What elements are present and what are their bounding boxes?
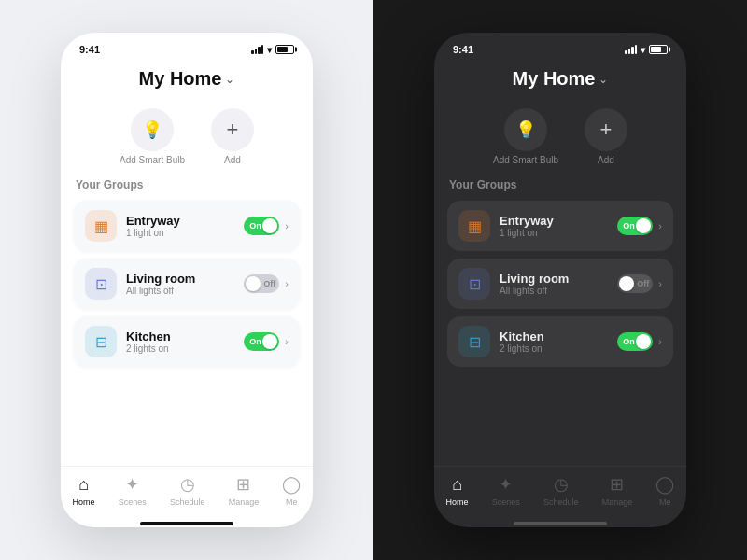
add-icon: +	[211, 108, 254, 151]
me-nav-icon: ◯	[282, 474, 301, 495]
wifi-icon-dark: ▾	[641, 45, 645, 55]
scenes-nav-icon-dark: ✦	[499, 474, 513, 495]
group-item-living-dark[interactable]: ⊡ Living room All lights off Off ›	[447, 259, 673, 309]
entryway-name-dark: Entryway	[500, 214, 617, 228]
nav-me-light[interactable]: ◯ Me	[282, 474, 301, 507]
kitchen-toggle-light[interactable]: On	[244, 332, 279, 351]
home-indicator-light	[140, 522, 233, 525]
chevron-right-icon-dark: ›	[658, 278, 662, 289]
living-status-light: All lights off	[126, 286, 244, 296]
schedule-nav-icon: ◷	[180, 474, 195, 495]
entryway-controls-light: On ›	[244, 217, 289, 235]
toggle-off-label-dark: Off	[637, 279, 649, 288]
group-item-entryway-light[interactable]: ▦ Entryway 1 light on On ›	[74, 201, 300, 251]
living-toggle-light[interactable]: Off	[244, 274, 279, 293]
chevron-right-icon: ›	[285, 220, 289, 231]
time-dark: 9:41	[453, 44, 473, 55]
nav-home-light[interactable]: ⌂ Home	[73, 475, 95, 507]
page-title-dark: My Home	[513, 68, 596, 90]
toggle-off-label: Off	[263, 279, 275, 288]
living-name-light: Living room	[126, 272, 244, 286]
nav-scenes-light[interactable]: ✦ Scenes	[119, 474, 147, 507]
scenes-nav-icon: ✦	[125, 474, 139, 495]
nav-manage-label-dark: Manage	[602, 497, 633, 507]
nav-schedule-light[interactable]: ◷ Schedule	[170, 474, 205, 507]
toggle-on-label-dark: On	[623, 221, 635, 231]
nav-manage-light[interactable]: ⊞ Manage	[229, 474, 260, 507]
kitchen-icon-dark: ⊟	[458, 326, 490, 357]
living-info-light: Living room All lights off	[126, 272, 244, 296]
groups-section-light: Your Groups ▦ Entryway 1 light on On ›	[61, 178, 313, 466]
add-smart-bulb-button-dark[interactable]: 💡 Add Smart Bulb	[493, 108, 558, 165]
kitchen-name-light: Kitchen	[126, 329, 244, 343]
kitchen-toggle-dark[interactable]: On	[617, 332, 653, 351]
toggle-thumb	[246, 276, 261, 291]
chevron-down-icon-dark[interactable]: ⌄	[599, 73, 608, 86]
phone-dark: 9:41 ▾ My Home ⌄	[434, 33, 686, 527]
title-row-light: My Home ⌄	[79, 68, 294, 90]
home-indicator-dark	[514, 522, 607, 525]
toggle-on-label: On	[249, 221, 261, 231]
living-controls-light: Off ›	[244, 274, 289, 293]
kitchen-controls-light: On ›	[244, 332, 289, 351]
add-label-dark: Add	[598, 155, 614, 165]
add-icon-dark: +	[585, 108, 627, 151]
add-button-dark[interactable]: + Add	[585, 108, 627, 165]
battery-icon	[275, 45, 294, 54]
dark-background: 9:41 ▾ My Home ⌄	[374, 0, 747, 560]
nav-home-label: Home	[73, 497, 95, 507]
chevron-down-icon-light[interactable]: ⌄	[225, 73, 234, 86]
nav-scenes-dark[interactable]: ✦ Scenes	[492, 474, 520, 507]
bulb-icon: 💡	[131, 108, 174, 151]
bulb-icon-dark: 💡	[504, 108, 547, 151]
action-buttons-light: 💡 Add Smart Bulb + Add	[61, 108, 313, 178]
nav-schedule-label-dark: Schedule	[543, 497, 579, 507]
status-icons-dark: ▾	[625, 45, 668, 55]
group-item-entryway-dark[interactable]: ▦ Entryway 1 light on On ›	[447, 201, 673, 251]
status-icons-light: ▾	[251, 45, 294, 55]
title-row-dark: My Home ⌄	[453, 68, 668, 90]
bottom-nav-light: ⌂ Home ✦ Scenes ◷ Schedule ⊞ Manage ◯	[61, 466, 313, 522]
group-item-kitchen-dark[interactable]: ⊟ Kitchen 2 lights on On ›	[447, 316, 673, 367]
status-bar-light: 9:41 ▾	[61, 33, 313, 59]
chevron-right-icon: ›	[285, 278, 289, 289]
groups-section-dark: Your Groups ▦ Entryway 1 light on On ›	[434, 178, 686, 466]
living-icon-dark: ⊡	[458, 268, 490, 300]
nav-me-dark[interactable]: ◯ Me	[655, 474, 674, 507]
manage-nav-icon: ⊞	[236, 474, 250, 495]
time-light: 9:41	[79, 44, 100, 55]
nav-schedule-dark[interactable]: ◷ Schedule	[543, 474, 579, 507]
group-item-living-light[interactable]: ⊡ Living room All lights off Off ›	[74, 259, 300, 309]
groups-heading-dark: Your Groups	[447, 178, 673, 191]
kitchen-info-dark: Kitchen 2 lights on	[500, 329, 617, 354]
signal-icon-dark	[625, 45, 637, 54]
nav-home-dark[interactable]: ⌂ Home	[446, 475, 469, 507]
chevron-right-icon-dark: ›	[658, 220, 662, 231]
page-title-light: My Home	[139, 68, 222, 90]
entryway-status-dark: 1 light on	[500, 228, 617, 238]
add-smart-bulb-button-light[interactable]: 💡 Add Smart Bulb	[120, 108, 185, 165]
phone-content-light: My Home ⌄ 💡 Add Smart Bulb + Add Your Gr…	[61, 59, 313, 527]
nav-me-label: Me	[286, 497, 298, 507]
nav-manage-dark[interactable]: ⊞ Manage	[602, 474, 633, 507]
entryway-toggle-light[interactable]: On	[244, 217, 279, 235]
kitchen-controls-dark: On ›	[617, 332, 662, 351]
bottom-nav-dark: ⌂ Home ✦ Scenes ◷ Schedule ⊞ Manage ◯	[434, 466, 686, 522]
battery-icon-dark	[649, 45, 668, 54]
nav-schedule-label: Schedule	[170, 497, 205, 507]
living-controls-dark: Off ›	[617, 274, 662, 293]
add-button-light[interactable]: + Add	[211, 108, 254, 165]
signal-icon	[251, 45, 263, 54]
nav-scenes-label-dark: Scenes	[492, 497, 520, 507]
entryway-name-light: Entryway	[126, 214, 244, 228]
entryway-toggle-dark[interactable]: On	[617, 217, 653, 235]
entryway-controls-dark: On ›	[617, 217, 662, 235]
status-bar-dark: 9:41 ▾	[434, 33, 686, 59]
living-info-dark: Living room All lights off	[500, 272, 617, 296]
manage-nav-icon-dark: ⊞	[610, 474, 624, 495]
group-item-kitchen-light[interactable]: ⊟ Kitchen 2 lights on On ›	[74, 316, 300, 367]
header-light: My Home ⌄	[61, 59, 313, 108]
living-toggle-dark[interactable]: Off	[617, 274, 653, 293]
kitchen-info-light: Kitchen 2 lights on	[126, 329, 244, 354]
entryway-status-light: 1 light on	[126, 228, 244, 238]
